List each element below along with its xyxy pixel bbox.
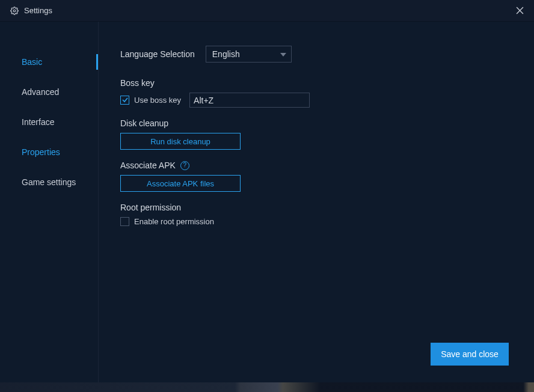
disk-cleanup-section-label: Disk cleanup — [120, 118, 534, 128]
titlebar: Settings — [0, 0, 534, 22]
close-icon — [516, 7, 524, 14]
language-label: Language Selection — [120, 49, 195, 59]
gear-icon — [10, 6, 19, 16]
enable-root-label: Enable root permission — [134, 217, 214, 226]
language-select[interactable]: English — [206, 46, 292, 63]
boss-key-hotkey-value: Alt+Z — [194, 96, 213, 105]
save-and-close-label: Save and close — [441, 349, 499, 359]
use-boss-key-label: Use boss key — [134, 96, 181, 105]
sidebar-item-interface[interactable]: Interface — [0, 107, 98, 137]
sidebar-item-label: Basic — [22, 57, 42, 67]
close-button[interactable] — [511, 2, 528, 19]
sidebar-item-game-settings[interactable]: Game settings — [0, 167, 98, 197]
sidebar-item-label: Properties — [22, 147, 60, 157]
use-boss-key-checkbox[interactable] — [120, 96, 129, 105]
boss-key-section-label: Boss key — [120, 78, 534, 88]
svg-point-0 — [13, 10, 16, 12]
language-select-value: English — [212, 49, 240, 59]
sidebar-item-properties[interactable]: Properties — [0, 137, 98, 167]
sidebar-item-advanced[interactable]: Advanced — [0, 77, 98, 107]
sidebar-item-basic[interactable]: Basic — [0, 47, 98, 77]
boss-key-hotkey-input[interactable]: Alt+Z — [189, 93, 310, 108]
main-panel: Language Selection English Boss key Use … — [99, 22, 534, 382]
background-strip — [0, 382, 534, 392]
sidebar-item-label: Game settings — [22, 177, 76, 187]
sidebar-item-label: Advanced — [22, 87, 59, 97]
associate-apk-text: Associate APK — [120, 161, 176, 170]
run-disk-cleanup-label: Run disk cleanup — [150, 137, 210, 146]
run-disk-cleanup-button[interactable]: Run disk cleanup — [120, 133, 241, 150]
root-permission-section-label: Root permission — [120, 203, 534, 212]
associate-apk-label: Associate APK files — [147, 179, 214, 188]
sidebar-item-label: Interface — [22, 117, 54, 127]
enable-root-checkbox[interactable] — [120, 217, 129, 226]
window-title: Settings — [24, 6, 511, 15]
chevron-down-icon — [280, 53, 286, 57]
associate-apk-section-label: Associate APK ? — [120, 161, 534, 170]
sidebar: Basic Advanced Interface Properties Game… — [0, 22, 99, 382]
associate-apk-button[interactable]: Associate APK files — [120, 175, 241, 192]
save-and-close-button[interactable]: Save and close — [431, 343, 509, 366]
help-icon[interactable]: ? — [180, 161, 189, 170]
check-icon — [122, 97, 128, 103]
